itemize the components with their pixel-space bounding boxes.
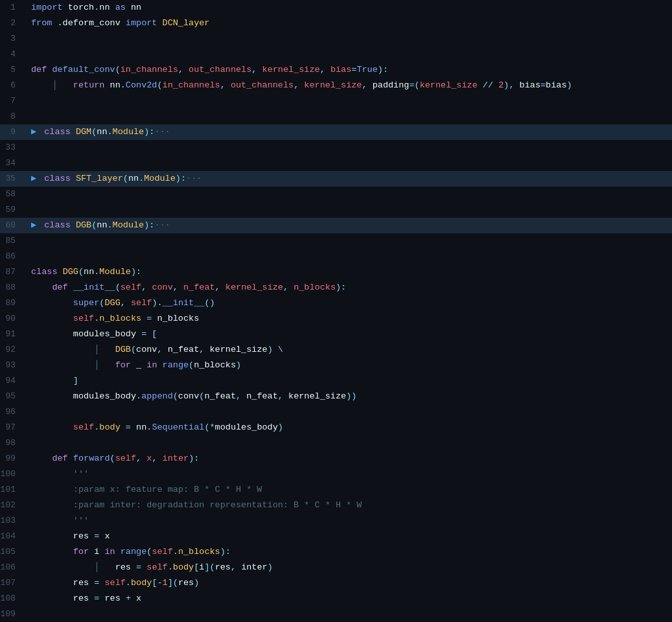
code-line-85: 85 bbox=[0, 233, 672, 249]
line-content-2: from .deform_conv import DCN_layer bbox=[26, 16, 672, 31]
line-num-86: 86 bbox=[0, 249, 26, 264]
code-line-35: 35 ▶ class SFT_layer(nn.Module):··· bbox=[0, 171, 672, 187]
line-content-95: modules_body.append(conv(n_feat, n_feat,… bbox=[26, 389, 672, 404]
line-num-9: 9 bbox=[0, 124, 26, 140]
code-line-107: 107 res = self.body[-1](res) bbox=[0, 575, 672, 591]
line-num-85: 85 bbox=[0, 233, 26, 249]
code-line-60: 60 ▶ class DGB(nn.Module):··· bbox=[0, 218, 672, 233]
line-content-60: ▶ class DGB(nn.Module):··· bbox=[26, 218, 672, 233]
code-line-104: 104 res = x bbox=[0, 529, 672, 544]
code-line-7: 7 bbox=[0, 93, 672, 109]
line-num-6: 6 bbox=[0, 78, 26, 93]
line-num-92: 92 bbox=[0, 342, 26, 358]
code-line-1: 1 import torch.nn as nn bbox=[0, 0, 672, 16]
line-num-4: 4 bbox=[0, 47, 26, 62]
code-line-34: 34 bbox=[0, 156, 672, 171]
code-line-87: 87 class DGG(nn.Module): bbox=[0, 264, 672, 280]
line-num-102: 102 bbox=[0, 498, 26, 513]
code-editor: 1 import torch.nn as nn 2 from .deform_c… bbox=[0, 0, 672, 622]
line-num-103: 103 bbox=[0, 513, 26, 529]
line-content-93: │ for _ in range(n_blocks) bbox=[26, 358, 672, 373]
line-num-101: 101 bbox=[0, 482, 26, 498]
code-line-109: 109 bbox=[0, 606, 672, 622]
code-line-89: 89 super(DGG, self).__init__() bbox=[0, 295, 672, 311]
line-num-60: 60 bbox=[0, 218, 26, 233]
line-num-91: 91 bbox=[0, 327, 26, 342]
code-line-6: 6 │ return nn.Conv2d(in_channels, out_ch… bbox=[0, 78, 672, 93]
line-num-34: 34 bbox=[0, 156, 26, 171]
line-content-1: import torch.nn as nn bbox=[26, 0, 672, 16]
code-line-4: 4 bbox=[0, 47, 672, 62]
line-content-106: │ res = self.body[i](res, inter) bbox=[26, 560, 672, 575]
line-num-96: 96 bbox=[0, 404, 26, 420]
line-num-1: 1 bbox=[0, 0, 26, 16]
code-line-106: 106 │ res = self.body[i](res, inter) bbox=[0, 560, 672, 575]
code-line-88: 88 def __init__(self, conv, n_feat, kern… bbox=[0, 280, 672, 295]
line-num-93: 93 bbox=[0, 358, 26, 373]
line-content-107: res = self.body[-1](res) bbox=[26, 575, 672, 591]
line-content-5: def default_conv(in_channels, out_channe… bbox=[26, 62, 672, 78]
line-num-87: 87 bbox=[0, 264, 26, 280]
line-content-97: self.body = nn.Sequential(*modules_body) bbox=[26, 420, 672, 435]
line-num-109: 109 bbox=[0, 606, 26, 622]
line-num-89: 89 bbox=[0, 295, 26, 311]
line-num-94: 94 bbox=[0, 373, 26, 389]
line-num-59: 59 bbox=[0, 202, 26, 218]
code-line-2: 2 from .deform_conv import DCN_layer bbox=[0, 16, 672, 31]
line-num-99: 99 bbox=[0, 451, 26, 466]
line-num-90: 90 bbox=[0, 311, 26, 327]
code-line-96: 96 bbox=[0, 404, 672, 420]
line-num-2: 2 bbox=[0, 16, 26, 31]
code-line-105: 105 for i in range(self.n_blocks): bbox=[0, 544, 672, 560]
line-content-90: self.n_blocks = n_blocks bbox=[26, 311, 672, 327]
code-line-90: 90 self.n_blocks = n_blocks bbox=[0, 311, 672, 327]
line-num-5: 5 bbox=[0, 62, 26, 78]
code-line-9: 9 ▶ class DGM(nn.Module):··· bbox=[0, 124, 672, 140]
line-num-97: 97 bbox=[0, 420, 26, 435]
line-num-100: 100 bbox=[0, 466, 26, 482]
line-num-98: 98 bbox=[0, 435, 26, 451]
line-content-99: def forward(self, x, inter): bbox=[26, 451, 672, 466]
line-num-88: 88 bbox=[0, 280, 26, 295]
line-num-35: 35 bbox=[0, 171, 26, 187]
code-line-97: 97 self.body = nn.Sequential(*modules_bo… bbox=[0, 420, 672, 435]
line-num-105: 105 bbox=[0, 544, 26, 560]
code-line-3: 3 bbox=[0, 31, 672, 47]
line-num-95: 95 bbox=[0, 389, 26, 404]
line-num-106: 106 bbox=[0, 560, 26, 575]
line-content-87: class DGG(nn.Module): bbox=[26, 264, 672, 280]
line-content-101: :param x: feature map: B * C * H * W bbox=[26, 482, 672, 498]
line-num-108: 108 bbox=[0, 591, 26, 606]
code-line-108: 108 res = res + x bbox=[0, 591, 672, 606]
code-line-33: 33 bbox=[0, 140, 672, 156]
code-line-100: 100 ''' bbox=[0, 466, 672, 482]
line-content-89: super(DGG, self).__init__() bbox=[26, 295, 672, 311]
code-line-58: 58 bbox=[0, 187, 672, 202]
code-line-86: 86 bbox=[0, 249, 672, 264]
code-line-103: 103 ''' bbox=[0, 513, 672, 529]
code-line-94: 94 ] bbox=[0, 373, 672, 389]
code-line-92: 92 │ DGB(conv, n_feat, kernel_size) \ bbox=[0, 342, 672, 358]
line-content-102: :param inter: degradation representation… bbox=[26, 498, 672, 513]
line-content-91: modules_body = [ bbox=[26, 327, 672, 342]
code-line-99: 99 def forward(self, x, inter): bbox=[0, 451, 672, 466]
line-content-35: ▶ class SFT_layer(nn.Module):··· bbox=[26, 171, 672, 187]
line-content-105: for i in range(self.n_blocks): bbox=[26, 544, 672, 560]
code-line-93: 93 │ for _ in range(n_blocks) bbox=[0, 358, 672, 373]
code-line-98: 98 bbox=[0, 435, 672, 451]
line-num-33: 33 bbox=[0, 140, 26, 156]
line-content-104: res = x bbox=[26, 529, 672, 544]
line-content-94: ] bbox=[26, 373, 672, 389]
line-num-3: 3 bbox=[0, 31, 26, 47]
code-line-5: 5 def default_conv(in_channels, out_chan… bbox=[0, 62, 672, 78]
line-num-107: 107 bbox=[0, 575, 26, 591]
code-line-101: 101 :param x: feature map: B * C * H * W bbox=[0, 482, 672, 498]
code-line-91: 91 modules_body = [ bbox=[0, 327, 672, 342]
line-content-9: ▶ class DGM(nn.Module):··· bbox=[26, 124, 672, 140]
line-content-92: │ DGB(conv, n_feat, kernel_size) \ bbox=[26, 342, 672, 358]
line-num-58: 58 bbox=[0, 187, 26, 202]
code-line-8: 8 bbox=[0, 109, 672, 124]
line-num-7: 7 bbox=[0, 93, 26, 109]
line-content-108: res = res + x bbox=[26, 591, 672, 606]
line-content-100: ''' bbox=[26, 466, 672, 482]
